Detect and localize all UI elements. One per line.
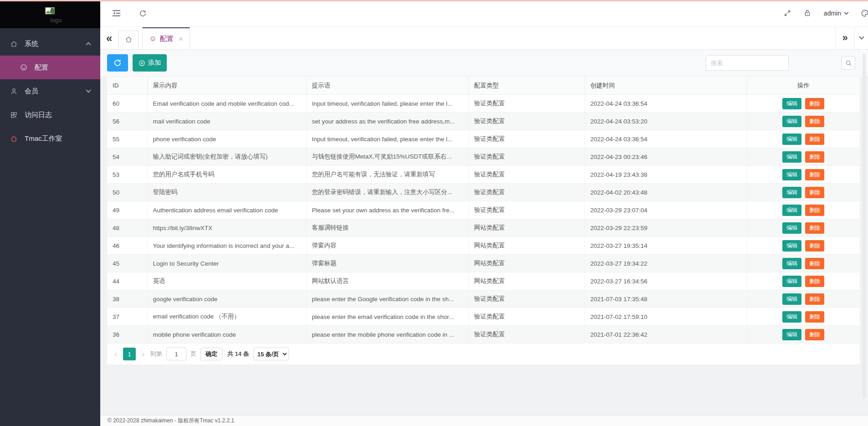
cell-actions: 编辑删除: [747, 219, 860, 237]
search-input[interactable]: [706, 55, 789, 71]
cell-actions: 编辑删除: [747, 308, 860, 326]
delete-button[interactable]: 删除: [805, 329, 824, 340]
tabs-scroll-left-icon[interactable]: «: [106, 33, 112, 49]
edit-button[interactable]: 编辑: [782, 258, 801, 269]
delete-button[interactable]: 删除: [805, 240, 824, 251]
sidebar-menu: 系统配置会员访问日志Tmac工作室: [0, 28, 100, 150]
sidebar-item-label: 访问日志: [25, 111, 90, 119]
goto-page-input[interactable]: [166, 348, 186, 360]
edit-button[interactable]: 编辑: [782, 116, 801, 127]
edit-button[interactable]: 编辑: [782, 311, 801, 323]
current-page-button[interactable]: 1: [123, 348, 136, 360]
edit-button[interactable]: 编辑: [782, 205, 801, 216]
table-row: 53您的用户名或手机号码您的用户名可能有误，无法验证，请重新填写验证类配置202…: [107, 166, 860, 184]
delete-button[interactable]: 删除: [805, 205, 824, 216]
delete-button[interactable]: 删除: [805, 293, 824, 305]
cell-content: Email verification code and mobile verif…: [147, 95, 306, 113]
column-header: 提示语: [306, 77, 468, 95]
main-area: admin « ☺ 配置 × »: [100, 0, 868, 426]
table-body: 60Email verification code and mobile ver…: [107, 95, 860, 344]
tab-home[interactable]: [118, 31, 139, 49]
sidebar-item-members[interactable]: 会员: [0, 79, 100, 103]
cell-tip: Input timeout, verification failed, plea…: [306, 95, 468, 113]
delete-button[interactable]: 删除: [805, 98, 824, 109]
delete-button[interactable]: 删除: [805, 133, 824, 145]
vertical-scrollbar[interactable]: [863, 54, 866, 398]
fullscreen-icon[interactable]: [784, 10, 791, 17]
edit-button[interactable]: 编辑: [782, 222, 801, 234]
table-row: 54输入助记词或密钥(全程加密，请放心填写)与钱包链接使用MetaX,可奖励15…: [107, 148, 860, 166]
tabs-menu-icon[interactable]: [854, 26, 868, 49]
sidebar-item-label: 系统: [25, 40, 81, 48]
cell-tip: 客服调转链接: [306, 219, 468, 237]
cell-actions: 编辑删除: [747, 201, 860, 219]
cell-id: 48: [107, 219, 147, 237]
cell-content: email verification code （不用）: [147, 308, 306, 326]
lock-icon[interactable]: [804, 10, 811, 17]
delete-button[interactable]: 删除: [805, 311, 824, 323]
edit-button[interactable]: 编辑: [782, 293, 801, 305]
delete-button[interactable]: 删除: [805, 187, 824, 198]
refresh-table-button[interactable]: [107, 54, 128, 72]
column-header: 展示内容: [147, 77, 306, 95]
goto-confirm-button[interactable]: 确定: [200, 348, 222, 360]
cell-actions: 编辑删除: [747, 290, 860, 308]
cell-actions: 编辑删除: [747, 237, 860, 255]
sidebar-item-system[interactable]: 系统: [0, 32, 100, 56]
cell-type: 验证类配置: [468, 201, 585, 219]
broken-image-icon: [45, 7, 55, 18]
delete-button[interactable]: 删除: [805, 258, 824, 269]
collapse-sidebar-icon[interactable]: [112, 10, 121, 17]
cell-tip: 与钱包链接使用MetaX,可奖励15%USDT或联系右...: [306, 148, 468, 166]
edit-button[interactable]: 编辑: [782, 98, 801, 109]
cell-id: 37: [107, 308, 147, 326]
edit-button[interactable]: 编辑: [782, 276, 801, 287]
edit-button[interactable]: 编辑: [782, 240, 801, 251]
cell-tip: please enter the email verification code…: [306, 308, 468, 326]
search-button[interactable]: [842, 56, 855, 70]
tab-config[interactable]: ☺ 配置 ×: [142, 27, 190, 49]
next-page-icon[interactable]: ›: [140, 350, 146, 358]
delete-button[interactable]: 删除: [805, 276, 824, 287]
delete-button[interactable]: 删除: [805, 222, 824, 234]
theme-palette-icon[interactable]: [861, 9, 868, 17]
delete-button[interactable]: 删除: [805, 116, 824, 127]
cell-tip: please enter the mobile phone verificati…: [306, 326, 468, 344]
edit-button[interactable]: 编辑: [782, 329, 801, 340]
sidebar-item-config[interactable]: 配置: [0, 56, 100, 79]
column-header: 配置类型: [468, 77, 585, 95]
sidebar-item-tmac-studio[interactable]: Tmac工作室: [0, 127, 100, 150]
add-button[interactable]: 添加: [133, 54, 167, 72]
cell-created: 2022-04-23 00:23:46: [585, 148, 747, 166]
copyright-text: © 2022-2028 zhimakaimen - 版权所有Tmac v1.2.…: [108, 417, 234, 425]
chevron-down-icon: [86, 87, 91, 92]
home-icon: [10, 40, 19, 48]
page-size-select[interactable]: 15 条/页: [253, 348, 289, 360]
cell-id: 38: [107, 290, 147, 308]
cell-id: 53: [107, 166, 147, 184]
refresh-page-icon[interactable]: [139, 10, 147, 17]
sidebar-item-access-log[interactable]: 访问日志: [0, 103, 100, 127]
table-row: 56mail verification codeset your address…: [107, 113, 860, 130]
user-menu[interactable]: admin: [824, 10, 848, 17]
edit-button[interactable]: 编辑: [782, 187, 801, 198]
content-spacer: [100, 364, 868, 415]
cell-content: Authentication address email verificatio…: [147, 201, 306, 219]
delete-button[interactable]: 删除: [805, 169, 824, 180]
prev-page-icon[interactable]: ‹: [113, 350, 119, 358]
cell-created: 2022-04-02 20:43:48: [585, 184, 747, 201]
edit-button[interactable]: 编辑: [782, 151, 801, 163]
close-icon[interactable]: ×: [179, 35, 183, 43]
cell-created: 2022-03-29 23:07:04: [585, 201, 747, 219]
edit-button[interactable]: 编辑: [782, 133, 801, 145]
tabs-scroll-right-icon[interactable]: »: [835, 26, 854, 49]
cell-type: 验证类配置: [468, 113, 585, 130]
cell-tip: set your address as the verification fre…: [306, 113, 468, 130]
edit-button[interactable]: 编辑: [782, 169, 801, 180]
grid-icon: [10, 111, 19, 119]
delete-button[interactable]: 删除: [805, 151, 824, 163]
pagination: ‹ 1 › 到第 页 确定 共 14 条 15 条/页: [107, 344, 860, 364]
cell-type: 网站类配置: [468, 219, 585, 237]
table-row: 55phone verification codeInput timeout, …: [107, 130, 860, 148]
cell-created: 2022-03-27 19:34:22: [585, 255, 747, 272]
